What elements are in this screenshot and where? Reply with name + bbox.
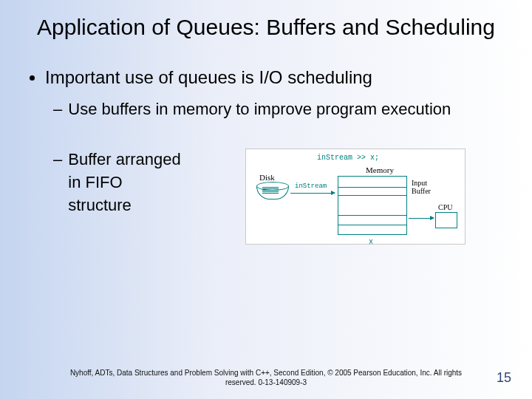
bullet-sub-1-text: Use buffers in memory to improve program… xyxy=(68,99,451,120)
bullet-main-text: Important use of queues is I/O schedulin… xyxy=(45,66,372,89)
input-buffer-label: Input Buffer xyxy=(412,180,431,195)
memory-input-buffer-segment xyxy=(338,187,406,196)
x-label: x xyxy=(369,238,373,246)
dash-icon: – xyxy=(53,149,62,216)
arrow-disk-to-memory-icon: inStream xyxy=(290,193,335,194)
cpu-label: CPU xyxy=(438,203,452,211)
bullet-sub-2-line3: structure xyxy=(68,196,132,214)
slide-footer-citation: Nyhoff, ADTs, Data Structures and Proble… xyxy=(0,369,532,387)
input-buffer-label-l1: Input xyxy=(412,179,427,187)
arrow-memory-to-cpu-icon xyxy=(409,218,434,219)
slide-body: Important use of queues is I/O schedulin… xyxy=(0,49,532,245)
bullet-sub-2: – Buffer arranged in FIFO structure xyxy=(53,149,231,216)
cpu-box-icon xyxy=(435,212,457,228)
page-number: 15 xyxy=(497,370,511,386)
diagram-code-line: inStream >> x; xyxy=(317,154,379,162)
bullet-dot-icon xyxy=(30,75,35,81)
memory-label: Memory xyxy=(366,166,394,174)
bullet-sub-1: – Use buffers in memory to improve progr… xyxy=(53,99,502,120)
arrow-stream-label: inStream xyxy=(295,183,327,190)
bullet-sub-2-row: – Buffer arranged in FIFO structure inSt… xyxy=(53,149,502,245)
disk-label: Disk xyxy=(259,173,275,182)
bullet-sub-2-text: Buffer arranged in FIFO structure xyxy=(68,149,180,216)
memory-box-icon xyxy=(338,176,407,235)
bullet-sub-2-line1: Buffer arranged xyxy=(68,150,180,168)
memory-x-segment xyxy=(338,215,406,225)
bullet-main: Important use of queues is I/O schedulin… xyxy=(30,66,502,89)
slide-title: Application of Queues: Buffers and Sched… xyxy=(0,0,532,49)
dash-icon: – xyxy=(53,99,62,120)
input-buffer-label-l2: Buffer xyxy=(412,187,431,195)
io-diagram: inStream >> x; Disk inStream Memory Inpu… xyxy=(245,149,466,245)
bullet-sub-2-line2: in FIFO xyxy=(68,173,122,191)
disk-icon xyxy=(256,182,289,204)
